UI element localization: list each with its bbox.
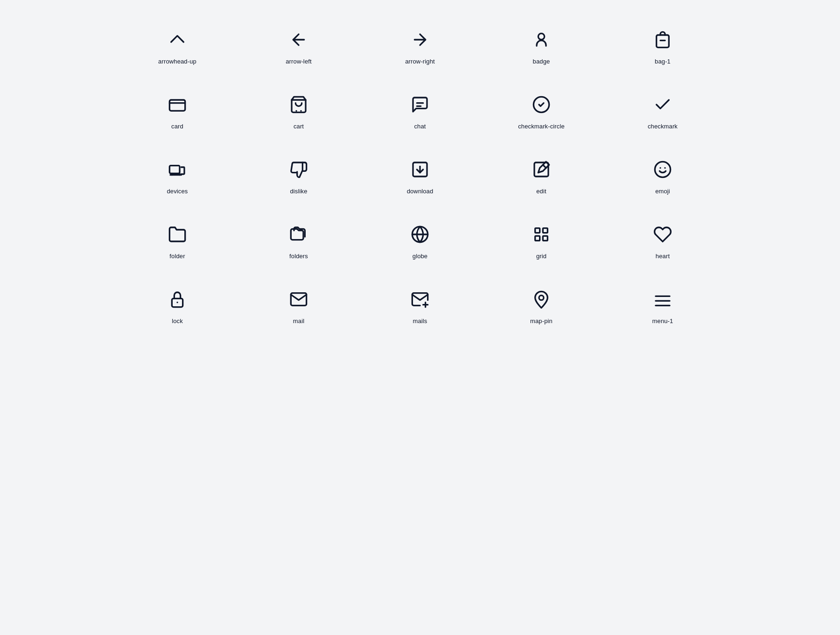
- devices-icon: [166, 158, 189, 181]
- icon-item-card: card: [131, 93, 224, 130]
- folder-icon: [166, 223, 189, 246]
- arrowhead-up-label: arrowhead-up: [158, 58, 196, 65]
- icon-grid: arrowhead-up arrow-left arrow-right badg…: [131, 28, 709, 325]
- icon-item-badge: badge: [495, 28, 588, 65]
- bag-1-icon: [651, 28, 674, 51]
- dislike-icon: [287, 158, 310, 181]
- grid-label: grid: [536, 253, 546, 260]
- menu-1-label: menu-1: [652, 318, 673, 325]
- bag-1-label: bag-1: [655, 58, 671, 65]
- icon-item-bag-1: bag-1: [616, 28, 709, 65]
- heart-icon: [651, 223, 674, 246]
- svg-rect-10: [169, 166, 180, 174]
- checkmark-circle-label: checkmark-circle: [518, 123, 565, 130]
- svg-point-20: [664, 167, 665, 169]
- cart-icon: [287, 93, 310, 116]
- edit-label: edit: [536, 188, 546, 195]
- icon-item-devices: devices: [131, 158, 224, 195]
- svg-point-19: [659, 167, 661, 169]
- icon-item-heart: heart: [616, 223, 709, 260]
- svg-point-5: [295, 110, 297, 112]
- arrow-left-icon: [287, 28, 310, 51]
- download-label: download: [407, 188, 434, 195]
- mail-label: mail: [293, 318, 304, 325]
- svg-line-17: [543, 165, 546, 168]
- icon-item-dislike: dislike: [252, 158, 345, 195]
- arrow-right-label: arrow-right: [405, 58, 435, 65]
- map-pin-icon: [530, 288, 553, 311]
- emoji-icon: [651, 158, 674, 181]
- mails-icon: [408, 288, 432, 311]
- svg-rect-1: [657, 35, 669, 48]
- chat-icon: [408, 93, 432, 116]
- arrow-left-label: arrow-left: [286, 58, 311, 65]
- icon-item-grid: grid: [495, 223, 588, 260]
- card-label: card: [171, 123, 183, 130]
- icon-item-emoji: emoji: [616, 158, 709, 195]
- dislike-label: dislike: [290, 188, 307, 195]
- svg-rect-24: [543, 228, 547, 233]
- icon-item-arrow-right: arrow-right: [373, 28, 467, 65]
- map-pin-label: map-pin: [530, 318, 553, 325]
- folder-label: folder: [169, 253, 185, 260]
- svg-rect-26: [543, 236, 547, 240]
- icon-item-lock: lock: [131, 288, 224, 325]
- arrow-right-icon: [408, 28, 432, 51]
- svg-point-28: [176, 302, 178, 303]
- chat-label: chat: [414, 123, 426, 130]
- grid-icon: [530, 223, 553, 246]
- svg-point-29: [539, 296, 544, 300]
- checkmark-circle-icon: [530, 93, 553, 116]
- icon-item-menu-1: menu-1: [616, 288, 709, 325]
- icon-item-chat: chat: [373, 93, 467, 130]
- svg-point-6: [300, 110, 301, 112]
- icon-item-folders: folders: [252, 223, 345, 260]
- edit-icon: [530, 158, 553, 181]
- icon-item-mail: mail: [252, 288, 345, 325]
- folders-icon: [287, 223, 310, 246]
- card-icon: [166, 93, 189, 116]
- icon-item-folder: folder: [131, 223, 224, 260]
- icon-item-arrow-left: arrow-left: [252, 28, 345, 65]
- badge-icon: [530, 28, 553, 51]
- download-icon: [408, 158, 432, 181]
- lock-icon: [166, 288, 189, 311]
- lock-label: lock: [172, 318, 183, 325]
- svg-rect-16: [534, 162, 548, 176]
- icon-item-globe: globe: [373, 223, 467, 260]
- icon-item-checkmark: checkmark: [616, 93, 709, 130]
- arrowhead-up-icon: [166, 28, 189, 51]
- svg-point-18: [655, 162, 670, 177]
- icon-item-download: download: [373, 158, 467, 195]
- checkmark-icon: [651, 93, 674, 116]
- globe-icon: [408, 223, 432, 246]
- icon-item-checkmark-circle: checkmark-circle: [495, 93, 588, 130]
- icon-item-map-pin: map-pin: [495, 288, 588, 325]
- icon-item-edit: edit: [495, 158, 588, 195]
- svg-rect-2: [169, 100, 185, 111]
- icon-item-cart: cart: [252, 93, 345, 130]
- menu-1-icon: [651, 288, 674, 311]
- mail-icon: [287, 288, 310, 311]
- svg-rect-25: [535, 236, 540, 240]
- globe-label: globe: [413, 253, 427, 260]
- heart-label: heart: [656, 253, 670, 260]
- icon-item-arrowhead-up: arrowhead-up: [131, 28, 224, 65]
- badge-label: badge: [533, 58, 550, 65]
- svg-rect-23: [535, 228, 540, 233]
- devices-label: devices: [167, 188, 188, 195]
- folders-label: folders: [289, 253, 308, 260]
- emoji-label: emoji: [655, 188, 670, 195]
- svg-point-0: [538, 34, 544, 40]
- icon-item-mails: mails: [373, 288, 467, 325]
- cart-label: cart: [294, 123, 304, 130]
- mails-label: mails: [413, 318, 427, 325]
- checkmark-label: checkmark: [648, 123, 678, 130]
